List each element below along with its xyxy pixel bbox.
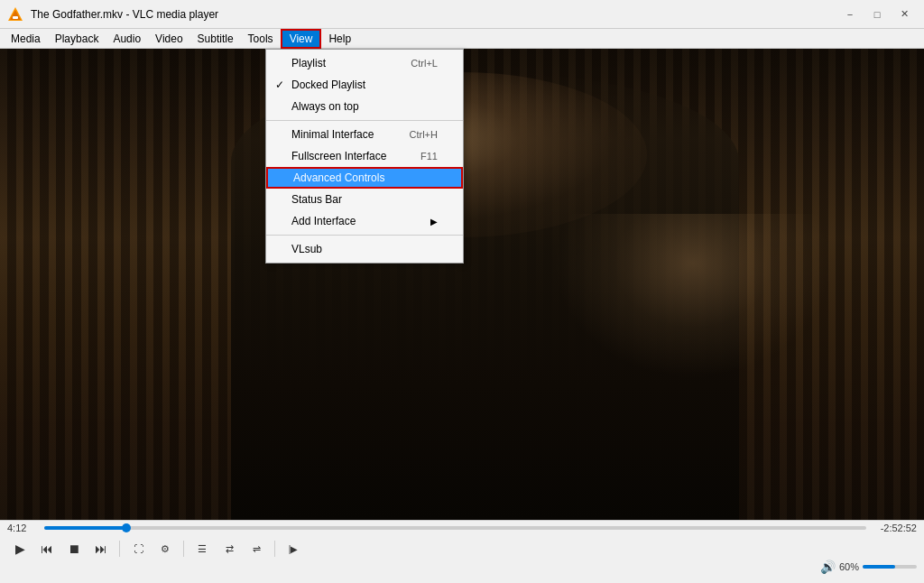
always-on-top-label: Always on top <box>291 100 359 113</box>
separator-2 <box>266 235 463 236</box>
separator-1 <box>266 120 463 121</box>
progress-fill <box>44 526 126 530</box>
menu-item-status-bar[interactable]: Status Bar <box>266 189 463 210</box>
playlist-shortcut: Ctrl+L <box>411 58 438 69</box>
extended-button[interactable]: ⚙ <box>152 539 178 559</box>
separator-v2 <box>183 541 184 557</box>
total-time: -2:52:52 <box>872 523 917 533</box>
view-dropdown-menu: Playlist Ctrl+L Docked Playlist Always o… <box>265 49 464 264</box>
add-interface-label: Add Interface <box>291 215 356 227</box>
current-time: 4:12 <box>7 523 39 533</box>
close-button[interactable]: ✕ <box>892 5 917 23</box>
play-button[interactable]: ▶ <box>7 539 32 559</box>
separator-v1 <box>119 541 120 557</box>
maximize-button[interactable]: □ <box>864 5 890 23</box>
menu-item-fullscreen-interface[interactable]: Fullscreen Interface F11 <box>266 145 463 167</box>
volume-icon[interactable]: 🔊 <box>820 560 836 574</box>
menu-tools[interactable]: Tools <box>241 29 281 49</box>
prev-button[interactable]: ⏮ <box>34 539 60 559</box>
frame-by-frame-button[interactable]: |▶ <box>281 539 306 559</box>
menu-item-add-interface[interactable]: Add Interface ▶ <box>266 210 463 232</box>
menu-audio[interactable]: Audio <box>106 29 148 49</box>
transport-controls: ▶ ⏮ ⏹ ⏭ ⛶ ⚙ ☰ ⇄ ⇌ |▶ <box>0 535 924 562</box>
menu-view[interactable]: View <box>281 29 322 49</box>
menu-item-docked-playlist[interactable]: Docked Playlist <box>266 74 463 96</box>
volume-area: 🔊 60% <box>820 560 917 574</box>
loop-button[interactable]: ⇄ <box>217 539 242 559</box>
menu-item-playlist[interactable]: Playlist Ctrl+L <box>266 52 463 74</box>
title-bar-left: The Godfather.mkv - VLC media player <box>7 6 218 23</box>
menu-media[interactable]: Media <box>4 29 48 49</box>
stop-button[interactable]: ⏹ <box>61 539 87 559</box>
playlist-label: Playlist <box>291 57 326 69</box>
submenu-arrow-icon: ▶ <box>430 217 438 227</box>
advanced-controls-label: Advanced Controls <box>293 171 384 184</box>
menu-item-vlsub[interactable]: VLsub <box>266 238 463 260</box>
playlist-button[interactable]: ☰ <box>189 539 215 559</box>
vlsub-label: VLsub <box>291 243 322 255</box>
menu-playback[interactable]: Playback <box>48 29 106 49</box>
progress-thumb <box>122 523 131 532</box>
menu-help[interactable]: Help <box>321 29 358 49</box>
volume-percent: 60% <box>839 561 859 572</box>
minimal-interface-shortcut: Ctrl+H <box>410 129 438 140</box>
fullscreen-interface-shortcut: F11 <box>420 151 438 162</box>
progress-track[interactable] <box>44 526 866 530</box>
minimal-interface-label: Minimal Interface <box>291 128 374 141</box>
title-bar: The Godfather.mkv - VLC media player − □… <box>0 0 924 29</box>
next-button[interactable]: ⏭ <box>88 539 114 559</box>
menu-subtitle[interactable]: Subtitle <box>190 29 241 49</box>
app-title: The Godfather.mkv - VLC media player <box>31 8 218 21</box>
minimize-button[interactable]: − <box>837 5 863 23</box>
status-bar-label: Status Bar <box>291 193 342 206</box>
menu-video[interactable]: Video <box>148 29 189 49</box>
menu-item-always-on-top[interactable]: Always on top <box>266 96 463 117</box>
volume-track[interactable] <box>863 565 917 569</box>
window-controls: − □ ✕ <box>837 5 917 23</box>
vlc-icon <box>7 6 23 23</box>
random-button[interactable]: ⇌ <box>244 539 269 559</box>
fullscreen-button[interactable]: ⛶ <box>125 539 151 559</box>
svg-rect-2 <box>13 16 18 19</box>
docked-playlist-label: Docked Playlist <box>291 79 365 91</box>
menu-bar: Media Playback Audio Video Subtitle Tool… <box>0 29 924 49</box>
hand-highlight <box>554 214 831 379</box>
bottom-bar: 4:12 -2:52:52 ▶ ⏮ ⏹ ⏭ ⛶ ⚙ ☰ ⇄ ⇌ |▶ 🔊 60% <box>0 520 924 583</box>
menu-item-advanced-controls[interactable]: Advanced Controls <box>266 167 463 189</box>
separator-v3 <box>274 541 275 557</box>
menu-item-minimal-interface[interactable]: Minimal Interface Ctrl+H <box>266 124 463 145</box>
fullscreen-interface-label: Fullscreen Interface <box>291 150 386 162</box>
progress-bar-container: 4:12 -2:52:52 <box>0 521 924 535</box>
volume-fill <box>863 565 895 569</box>
